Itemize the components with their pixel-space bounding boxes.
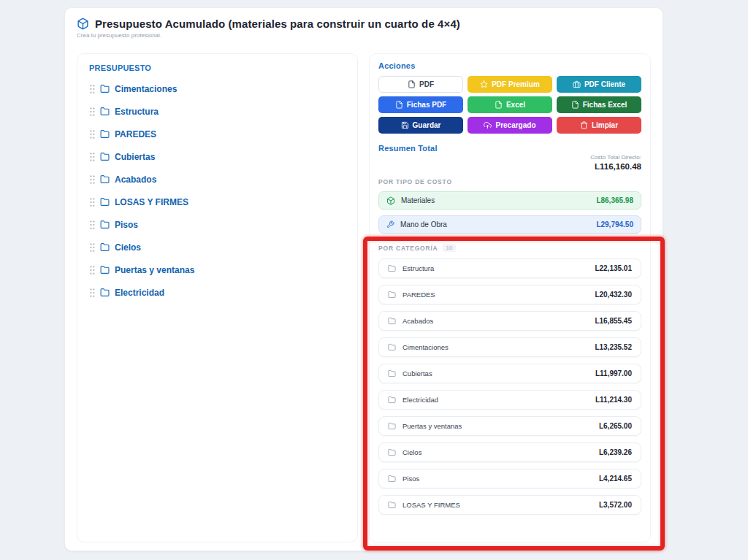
- fichas-pdf-button[interactable]: Fichas PDF: [378, 96, 463, 113]
- category-row-acabados: AcabadosL16,855.45: [378, 311, 641, 331]
- grip-icon: [89, 129, 95, 139]
- sidebar-item-label: Acabados: [115, 174, 156, 185]
- category-value: L11,214.30: [595, 396, 632, 404]
- file-icon: [495, 101, 503, 109]
- button-label: Limpiar: [592, 121, 618, 129]
- category-row-cimentaciones: CimentacionesL13,235.52: [378, 337, 641, 357]
- pdf-premium-button[interactable]: PDF Premium: [468, 76, 552, 93]
- category-label: Cubiertas: [402, 369, 432, 377]
- category-row-cielos: CielosL6,239.26: [378, 442, 641, 462]
- presupuesto-heading: PRESUPUESTO: [89, 64, 346, 72]
- category-value: L6,265.00: [599, 422, 632, 430]
- sidebar-item-label: Estructura: [115, 107, 159, 117]
- page-subtitle: Crea tu presupuesto profesional.: [77, 32, 651, 39]
- cost-type-value: L29,794.50: [596, 220, 633, 229]
- guardar-button[interactable]: Guardar: [378, 117, 463, 134]
- page-title: Presupuesto Acumulado (materiales para c…: [95, 18, 460, 30]
- box-icon: [386, 196, 395, 205]
- grip-icon: [89, 242, 95, 253]
- precargado-button[interactable]: Precargado: [468, 117, 552, 134]
- upload-cloud-icon: [484, 121, 492, 129]
- sidebar-item-electricidad[interactable]: Electricidad: [89, 285, 346, 299]
- sidebar-item-paredes[interactable]: PAREDES: [89, 127, 346, 141]
- button-label: Fichas Excel: [583, 101, 627, 109]
- sidebar-item-cielos[interactable]: Cielos: [89, 240, 346, 254]
- category-row-pisos: PisosL4,214.65: [378, 469, 641, 488]
- cost-type-label: Materiales: [401, 196, 435, 204]
- limpiar-button[interactable]: Limpiar: [557, 117, 641, 134]
- sidebar-item-cubiertas[interactable]: Cubiertas: [89, 150, 346, 164]
- file-icon: [408, 80, 416, 88]
- wrench-icon: [386, 220, 394, 229]
- fichas-excel-button[interactable]: Fichas Excel: [557, 96, 641, 113]
- category-row-losas-y-firmes: LOSAS Y FIRMESL3,572.00: [378, 495, 641, 515]
- folder-sm-icon: [388, 396, 396, 404]
- category-row-paredes: PAREDESL20,432.30: [378, 285, 641, 304]
- briefcase-icon: [573, 80, 581, 88]
- file-icon: [571, 101, 579, 109]
- sidebar-item-acabados[interactable]: Acabados: [89, 172, 346, 186]
- folder-sm-icon: [388, 291, 396, 299]
- folder-icon: [100, 242, 110, 252]
- save-icon: [401, 121, 409, 129]
- sidebar-item-cimentaciones[interactable]: Cimentaciones: [89, 82, 346, 96]
- cost-type-list: MaterialesL86,365.98Mano de ObraL29,794.…: [378, 191, 641, 234]
- sidebar-item-losas-y-firmes[interactable]: LOSAS Y FIRMES: [89, 195, 346, 209]
- category-value: L16,855.45: [595, 317, 632, 325]
- category-value: L20,432.30: [595, 291, 632, 299]
- grip-icon: [89, 197, 95, 207]
- folder-icon: [100, 129, 110, 139]
- folder-sm-icon: [388, 501, 396, 509]
- category-section: POR CATEGORÍA 10 EstructuraL22,135.01PAR…: [378, 244, 641, 515]
- category-value: L3,572.00: [599, 501, 632, 509]
- grip-icon: [89, 84, 95, 94]
- cost-type-row-mano-de-obra: Mano de ObraL29,794.50: [378, 215, 641, 234]
- folder-sm-icon: [388, 317, 396, 325]
- button-label: Precargado: [495, 121, 535, 129]
- folder-icon: [100, 152, 110, 161]
- category-label: PAREDES: [402, 291, 435, 299]
- folder-icon: [100, 197, 110, 207]
- button-label: Guardar: [413, 121, 441, 129]
- por-categoria-label: POR CATEGORÍA: [378, 245, 438, 252]
- presupuesto-list: CimentacionesEstructuraPAREDESCubiertasA…: [89, 82, 346, 299]
- sidebar-item-pisos[interactable]: Pisos: [89, 218, 346, 231]
- folder-sm-icon: [388, 475, 396, 483]
- cost-type-value: L86,365.98: [596, 196, 633, 204]
- sidebar-item-estructura[interactable]: Estructura: [89, 104, 346, 118]
- folder-sm-icon: [388, 448, 396, 456]
- sidebar-item-label: LOSAS Y FIRMES: [115, 197, 188, 207]
- folder-sm-icon: [388, 264, 396, 272]
- button-label: Excel: [506, 101, 525, 109]
- folder-icon: [100, 265, 110, 275]
- app-header: Presupuesto Acumulado (materiales para c…: [65, 8, 663, 43]
- category-label: LOSAS Y FIRMES: [402, 501, 460, 509]
- pdf-button[interactable]: PDF: [378, 76, 463, 93]
- grip-icon: [89, 265, 95, 275]
- category-list: EstructuraL22,135.01PAREDESL20,432.30Aca…: [378, 258, 641, 515]
- folder-icon: [100, 174, 110, 184]
- category-row-electricidad: ElectricidadL11,214.30: [378, 390, 641, 410]
- category-label: Estructura: [402, 264, 434, 272]
- grip-icon: [89, 220, 95, 230]
- category-row-estructura: EstructuraL22,135.01: [378, 258, 641, 278]
- por-tipo-de-costo-label: POR TIPO DE COSTO: [378, 178, 452, 185]
- sidebar-item-label: Cimentaciones: [115, 84, 177, 94]
- grip-icon: [89, 174, 95, 185]
- category-count-badge: 10: [443, 244, 457, 252]
- sidebar-item-label: Electricidad: [115, 288, 164, 298]
- grip-icon: [89, 288, 95, 298]
- grip-icon: [89, 107, 95, 117]
- pdf-cliente-button[interactable]: PDF Cliente: [557, 76, 641, 93]
- excel-button[interactable]: Excel: [468, 96, 552, 113]
- category-row-cubiertas: CubiertasL11,997.00: [378, 364, 641, 383]
- category-label: Electricidad: [402, 396, 438, 404]
- sidebar-item-label: Cielos: [115, 242, 141, 253]
- cost-type-row-materiales: MaterialesL86,365.98: [378, 191, 641, 210]
- category-label: Acabados: [402, 317, 433, 325]
- sidebar-item-puertas-y-ventanas[interactable]: Puertas y ventanas: [89, 263, 346, 277]
- folder-sm-icon: [388, 422, 396, 430]
- summary-panel: Acciones PDFPDF PremiumPDF ClienteFichas…: [369, 53, 651, 542]
- category-label: Cimentaciones: [402, 343, 449, 351]
- category-label: Cielos: [402, 448, 421, 456]
